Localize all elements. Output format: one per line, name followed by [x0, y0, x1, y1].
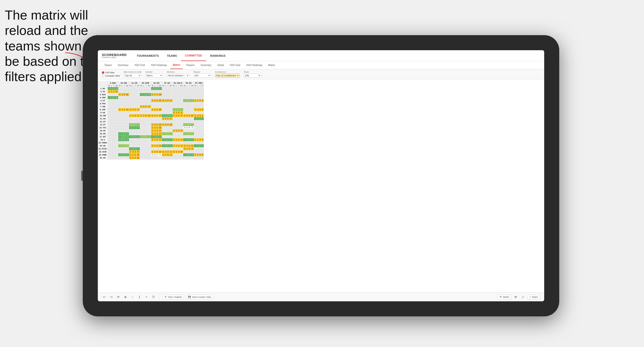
nav-rankings[interactable]: RANKINGS: [206, 50, 229, 61]
matrix-cell: [158, 111, 162, 114]
matrix-cell: [199, 150, 201, 153]
matrix-cell: 1: [186, 147, 188, 150]
table-row: 15. UF01000100: [98, 129, 204, 132]
sub-nav-matrix1[interactable]: Matrix: [170, 61, 183, 69]
matrix-cell: 1: [143, 105, 145, 108]
matrix-cell: [134, 144, 136, 147]
matrix-cell: 0: [156, 108, 158, 111]
matrix-cell: [110, 117, 113, 120]
refresh-button[interactable]: ⟳: [116, 295, 121, 300]
matrix-cell: 0: [147, 135, 151, 138]
matrix-cell: [110, 126, 113, 129]
nav-committee[interactable]: COMMITTEE: [181, 50, 206, 61]
matrix-cell: [199, 147, 201, 150]
matrix-cell: [169, 120, 173, 123]
expand-button[interactable]: ⤢: [520, 295, 525, 300]
matrix-cell: [151, 120, 154, 123]
gender-filter: Gender Men's Women's: [145, 71, 163, 78]
sub-nav-matrix2[interactable]: Matrix: [266, 61, 278, 69]
matrix-cell: 1: [154, 138, 156, 141]
full-view-radio[interactable]: Full View: [102, 71, 120, 74]
sub-nav-detail[interactable]: Detail: [215, 61, 226, 69]
matrix-cell: 0: [129, 153, 132, 156]
matrix-cell: 0: [167, 138, 169, 141]
sub-nav-summary1[interactable]: Summary: [115, 61, 131, 69]
watch-button[interactable]: 👁 Watch: [497, 295, 511, 299]
matrix-cell: 0: [162, 99, 165, 102]
matrix-cell: [136, 87, 140, 90]
matrix-cell: [183, 129, 186, 132]
full-view-label: Full View: [105, 71, 114, 74]
matrix-cell: [162, 135, 165, 138]
zoom-icon[interactable]: ⊕: [123, 295, 128, 300]
matrix-cell: [129, 93, 132, 96]
matrix-cell: [175, 153, 178, 156]
region-select[interactable]: N/A East West South Midwest: [194, 74, 211, 78]
matrix-cell: [175, 135, 178, 138]
view-original-button[interactable]: 👁 View: Original: [162, 295, 184, 299]
matrix-cell: [134, 93, 136, 96]
matrix-cell: [108, 99, 110, 102]
compact-view-radio[interactable]: Compact View: [102, 75, 120, 77]
matrix-cell: [121, 114, 123, 117]
undo-button[interactable]: ↩: [102, 295, 107, 300]
sub-nav-h2h-grid1[interactable]: H2H Grid: [132, 61, 147, 69]
matrix-cell: [143, 156, 145, 159]
matrix-cell: [123, 90, 126, 93]
matrix-cell: [140, 150, 142, 153]
matrix-cell: [118, 117, 121, 120]
matrix-cell: [143, 138, 145, 141]
matrix-cell: [118, 150, 121, 153]
sub-nav-players[interactable]: Players: [184, 61, 197, 69]
matrix-cell: 0: [154, 153, 156, 156]
matrix-cell: [191, 96, 194, 99]
share-label: Share: [532, 296, 538, 298]
row-team-label: 20. UG: [98, 144, 108, 147]
share-button[interactable]: ⤴ Share: [527, 295, 540, 299]
matrix-cell: [147, 138, 151, 141]
save-custom-button[interactable]: 💾 Save Custom View: [186, 295, 213, 299]
matrix-cell: [169, 111, 173, 114]
nav-teams[interactable]: TEAMS: [163, 50, 181, 61]
matrix-cell: [132, 132, 134, 135]
matrix-cell: [201, 120, 204, 123]
matrix-cell: [194, 132, 197, 135]
matrix-cell: 1: [194, 144, 197, 147]
table-row: 19. TAMU: [98, 141, 204, 144]
sub-nav-teams[interactable]: Teams: [102, 61, 114, 69]
matrix-cell: 0: [132, 135, 134, 138]
matrix-cell: [175, 132, 178, 135]
matrix-cell: 44: [180, 150, 183, 153]
matrix-cell: 2: [154, 132, 156, 135]
matrix-cell: [180, 102, 183, 105]
matrix-cell: 0: [167, 132, 169, 135]
matrix-cell: 0: [151, 108, 154, 111]
matrix-cell: 15: [191, 144, 194, 147]
matrix-cell: 1: [129, 114, 132, 117]
matrix-cell: [180, 126, 183, 129]
eye-icon: 👁: [165, 296, 167, 298]
gender-select[interactable]: Men's Women's: [145, 74, 163, 78]
matrix-cell: [165, 93, 167, 96]
sub-nav-h2h-heatmap2[interactable]: H2H Heatmap: [244, 61, 265, 69]
matrix-cell: [201, 90, 204, 93]
max-teams-select[interactable]: Top 25 Top 10 Top 50: [124, 74, 141, 78]
redo-button[interactable]: ↪: [109, 295, 114, 300]
main-content[interactable]: 3. ASU 10. UW 11. UA 22. UCB 24. UO 27. …: [98, 79, 544, 292]
matrix-cell: [118, 87, 121, 90]
nav-tournaments[interactable]: TOURNAMENTS: [133, 50, 163, 61]
sub-nav-summary2[interactable]: Summary: [198, 61, 214, 69]
settings-button[interactable]: ⚙: [513, 295, 518, 300]
sub-nav-h2h-grid2[interactable]: H2H Grid: [227, 61, 243, 69]
matrix-cell: [183, 102, 186, 105]
team-select[interactable]: (All): [244, 74, 261, 78]
conference-select[interactable]: Pac-12 Conference (All) ACC Big Ten SEC: [215, 74, 240, 78]
division-select[interactable]: NCAA Division I NCAA Division II NCAA Di…: [167, 74, 190, 78]
matrix-cell: [162, 105, 165, 108]
zoom-in-button[interactable]: +: [144, 295, 149, 300]
sub-nav-h2h-heatmap1[interactable]: H2H Heatmap: [148, 61, 169, 69]
zoom-out-button[interactable]: −: [130, 295, 135, 300]
clock-icon[interactable]: ⏱: [151, 295, 156, 300]
matrix-cell: 0: [165, 138, 167, 141]
matrix-cell: 1: [175, 144, 178, 147]
